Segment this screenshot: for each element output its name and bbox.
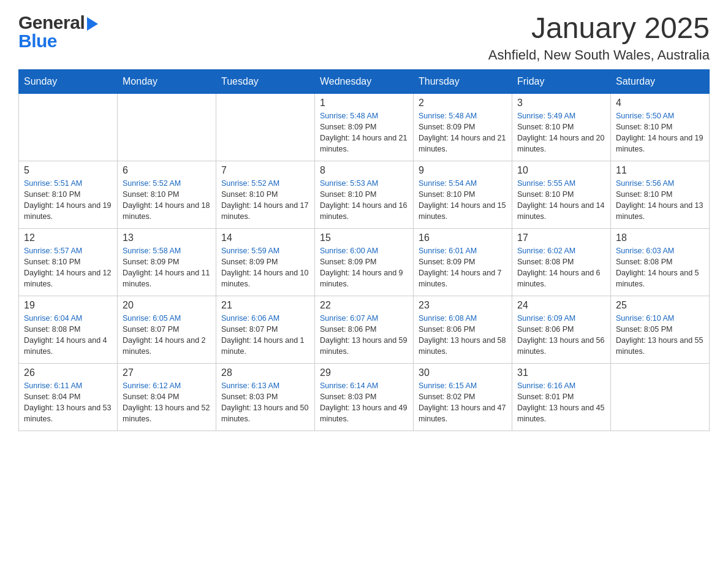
day-info: Sunrise: 5:48 AMSunset: 8:09 PMDaylight:… [419, 110, 507, 155]
day-info: Sunrise: 5:51 AMSunset: 8:10 PMDaylight:… [24, 178, 112, 223]
day-info: Sunrise: 6:08 AMSunset: 8:06 PMDaylight:… [419, 313, 507, 358]
calendar-week-row: 19Sunrise: 6:04 AMSunset: 8:08 PMDayligh… [19, 296, 710, 363]
sunrise-text: Sunrise: 5:59 AM [221, 247, 279, 255]
day-number: 2 [419, 98, 507, 109]
day-info: Sunrise: 5:55 AMSunset: 8:10 PMDaylight:… [517, 178, 605, 223]
sunrise-text: Sunrise: 6:11 AM [24, 381, 82, 390]
sunrise-text: Sunrise: 5:54 AM [419, 179, 477, 188]
sunrise-text: Sunrise: 6:00 AM [320, 247, 378, 255]
day-info: Sunrise: 5:52 AMSunset: 8:10 PMDaylight:… [123, 178, 211, 223]
day-number: 6 [123, 165, 211, 176]
calendar-day-cell: 12Sunrise: 5:57 AMSunset: 8:10 PMDayligh… [19, 228, 118, 296]
day-number: 24 [517, 300, 605, 311]
day-info: Sunrise: 6:14 AMSunset: 8:03 PMDaylight:… [320, 380, 408, 425]
sunrise-text: Sunrise: 5:51 AM [24, 179, 82, 188]
sunrise-text: Sunrise: 5:52 AM [123, 179, 181, 188]
day-number: 8 [320, 165, 408, 176]
title-section: January 2025 Ashfield, New South Wales, … [488, 12, 710, 63]
day-number: 13 [123, 232, 211, 243]
calendar-day-cell: 5Sunrise: 5:51 AMSunset: 8:10 PMDaylight… [19, 161, 118, 228]
day-of-week-header: Saturday [611, 69, 710, 93]
day-info: Sunrise: 6:16 AMSunset: 8:01 PMDaylight:… [517, 380, 605, 425]
calendar-day-cell [611, 363, 710, 431]
day-info: Sunrise: 5:59 AMSunset: 8:09 PMDaylight:… [221, 245, 309, 290]
sunrise-text: Sunrise: 6:03 AM [616, 247, 674, 255]
day-number: 9 [419, 165, 507, 176]
day-info: Sunrise: 5:52 AMSunset: 8:10 PMDaylight:… [221, 178, 309, 223]
day-info: Sunrise: 6:07 AMSunset: 8:06 PMDaylight:… [320, 313, 408, 358]
day-number: 20 [123, 300, 211, 311]
calendar-day-cell: 20Sunrise: 6:05 AMSunset: 8:07 PMDayligh… [118, 296, 216, 363]
calendar-day-cell: 4Sunrise: 5:50 AMSunset: 8:10 PMDaylight… [611, 93, 710, 161]
sunrise-text: Sunrise: 5:52 AM [221, 179, 279, 188]
day-number: 28 [221, 367, 309, 378]
calendar-header: SundayMondayTuesdayWednesdayThursdayFrid… [19, 69, 710, 93]
day-info: Sunrise: 6:09 AMSunset: 8:06 PMDaylight:… [517, 313, 605, 358]
calendar-day-cell: 9Sunrise: 5:54 AMSunset: 8:10 PMDaylight… [414, 161, 512, 228]
calendar-day-cell: 30Sunrise: 6:15 AMSunset: 8:02 PMDayligh… [414, 363, 512, 431]
day-of-week-header: Friday [512, 69, 611, 93]
calendar-day-cell: 17Sunrise: 6:02 AMSunset: 8:08 PMDayligh… [512, 228, 611, 296]
day-number: 19 [24, 300, 112, 311]
sunrise-text: Sunrise: 6:08 AM [419, 314, 477, 323]
sunrise-text: Sunrise: 5:58 AM [123, 247, 181, 255]
sunrise-text: Sunrise: 6:13 AM [221, 381, 279, 390]
day-number: 14 [221, 232, 309, 243]
day-info: Sunrise: 6:12 AMSunset: 8:04 PMDaylight:… [123, 380, 211, 425]
day-number: 11 [616, 165, 704, 176]
calendar-week-row: 5Sunrise: 5:51 AMSunset: 8:10 PMDaylight… [19, 161, 710, 228]
calendar-day-cell: 24Sunrise: 6:09 AMSunset: 8:06 PMDayligh… [512, 296, 611, 363]
day-of-week-header: Wednesday [315, 69, 414, 93]
calendar-day-cell: 6Sunrise: 5:52 AMSunset: 8:10 PMDaylight… [118, 161, 216, 228]
logo-triangle-icon [87, 17, 98, 31]
day-number: 15 [320, 232, 408, 243]
day-info: Sunrise: 6:13 AMSunset: 8:03 PMDaylight:… [221, 380, 309, 425]
day-of-week-header: Monday [118, 69, 216, 93]
day-number: 1 [320, 98, 408, 109]
calendar-table: SundayMondayTuesdayWednesdayThursdayFrid… [18, 69, 710, 431]
sunrise-text: Sunrise: 5:55 AM [517, 179, 575, 188]
sunrise-text: Sunrise: 6:07 AM [320, 314, 378, 323]
day-number: 18 [616, 232, 704, 243]
day-info: Sunrise: 5:57 AMSunset: 8:10 PMDaylight:… [24, 245, 112, 290]
sunrise-text: Sunrise: 6:04 AM [24, 314, 82, 323]
day-of-week-header: Sunday [19, 69, 118, 93]
day-info: Sunrise: 6:04 AMSunset: 8:08 PMDaylight:… [24, 313, 112, 358]
sunrise-text: Sunrise: 5:57 AM [24, 247, 82, 255]
day-info: Sunrise: 5:56 AMSunset: 8:10 PMDaylight:… [616, 178, 704, 223]
day-number: 23 [419, 300, 507, 311]
calendar-day-cell: 22Sunrise: 6:07 AMSunset: 8:06 PMDayligh… [315, 296, 414, 363]
day-number: 12 [24, 232, 112, 243]
day-number: 17 [517, 232, 605, 243]
sunrise-text: Sunrise: 6:06 AM [221, 314, 279, 323]
day-info: Sunrise: 6:11 AMSunset: 8:04 PMDaylight:… [24, 380, 112, 425]
calendar-day-cell: 1Sunrise: 5:48 AMSunset: 8:09 PMDaylight… [315, 93, 414, 161]
day-info: Sunrise: 6:01 AMSunset: 8:09 PMDaylight:… [419, 245, 507, 290]
sunrise-text: Sunrise: 6:10 AM [616, 314, 674, 323]
sunrise-text: Sunrise: 5:53 AM [320, 179, 378, 188]
day-info: Sunrise: 5:53 AMSunset: 8:10 PMDaylight:… [320, 178, 408, 223]
day-number: 27 [123, 367, 211, 378]
calendar-day-cell [118, 93, 216, 161]
day-of-week-header: Thursday [414, 69, 512, 93]
calendar-day-cell: 27Sunrise: 6:12 AMSunset: 8:04 PMDayligh… [118, 363, 216, 431]
day-number: 4 [616, 98, 704, 109]
calendar-day-cell: 2Sunrise: 5:48 AMSunset: 8:09 PMDaylight… [414, 93, 512, 161]
calendar-day-cell: 29Sunrise: 6:14 AMSunset: 8:03 PMDayligh… [315, 363, 414, 431]
sunrise-text: Sunrise: 6:16 AM [517, 381, 575, 390]
logo: General Blue [18, 12, 98, 52]
day-info: Sunrise: 5:48 AMSunset: 8:09 PMDaylight:… [320, 110, 408, 155]
day-info: Sunrise: 6:03 AMSunset: 8:08 PMDaylight:… [616, 245, 704, 290]
logo-general-text: General [18, 12, 85, 33]
days-of-week-row: SundayMondayTuesdayWednesdayThursdayFrid… [19, 69, 710, 93]
day-number: 31 [517, 367, 605, 378]
day-number: 7 [221, 165, 309, 176]
calendar-day-cell: 3Sunrise: 5:49 AMSunset: 8:10 PMDaylight… [512, 93, 611, 161]
day-number: 30 [419, 367, 507, 378]
sunrise-text: Sunrise: 6:14 AM [320, 381, 378, 390]
calendar-day-cell: 8Sunrise: 5:53 AMSunset: 8:10 PMDaylight… [315, 161, 414, 228]
calendar-day-cell: 10Sunrise: 5:55 AMSunset: 8:10 PMDayligh… [512, 161, 611, 228]
sunrise-text: Sunrise: 6:01 AM [419, 247, 477, 255]
sunrise-text: Sunrise: 6:12 AM [123, 381, 181, 390]
sunrise-text: Sunrise: 6:09 AM [517, 314, 575, 323]
